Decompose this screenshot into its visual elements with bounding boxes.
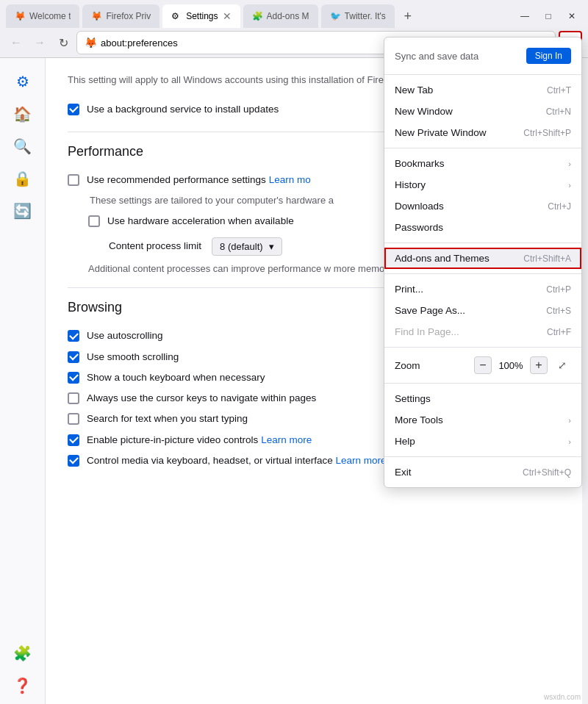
menu-arrow-history: › (568, 181, 571, 190)
hamburger-dropdown-menu: Sync and save data Sign In New Tab Ctrl+… (384, 37, 582, 488)
sign-in-button[interactable]: Sign In (526, 48, 571, 64)
menu-shortcut-new-private: Ctrl+Shift+P (523, 128, 571, 138)
menu-item-more-tools[interactable]: More Tools › (384, 409, 581, 431)
settings-sidebar: ⚙ 🏠 🔍 🔒 🔄 🧩 ❓ (0, 58, 46, 704)
menu-shortcut-save-page: Ctrl+S (546, 306, 571, 316)
touch-keyboard-label: Show a touch keyboard when necessary (87, 370, 265, 385)
watermark: wsxdn.com (544, 693, 581, 701)
tab-addons[interactable]: 🧩 Add-ons M (243, 4, 318, 28)
sidebar-item-extensions[interactable]: 🧩 (8, 639, 37, 668)
exit-section: Exit Ctrl+Shift+Q (384, 457, 581, 487)
zoom-minus-button[interactable]: − (474, 356, 492, 374)
autoscroll-label: Use autoscrolling (87, 328, 163, 343)
menu-item-find-in-page[interactable]: Find In Page... Ctrl+F (384, 321, 581, 342)
back-button[interactable]: ← (6, 32, 26, 53)
media-controls-label: Control media via keyboard, headset, or … (87, 453, 387, 468)
menu-label-passwords: Passwords (395, 222, 443, 233)
sync-title: Sync and save data (395, 51, 478, 62)
maximize-button[interactable]: □ (538, 6, 559, 26)
sync-header: Sync and save data Sign In (384, 42, 581, 70)
search-text-label: Search for text when you start typing (87, 412, 248, 426)
menu-label-history: History (395, 179, 426, 190)
menu-shortcut-new-tab: Ctrl+T (547, 85, 571, 96)
menu-arrow-bookmarks: › (568, 159, 571, 168)
menu-item-addons-themes[interactable]: Add-ons and Themes Ctrl+Shift+A (384, 248, 581, 269)
menu-item-passwords[interactable]: Passwords (384, 217, 581, 238)
tab-twitter[interactable]: 🐦 Twitter. It's (321, 4, 395, 28)
tab-label-settings: Settings (186, 11, 218, 21)
search-text-checkbox[interactable] (68, 413, 79, 425)
touch-keyboard-checkbox[interactable] (68, 372, 79, 384)
menu-item-downloads[interactable]: Downloads Ctrl+J (384, 195, 581, 217)
sidebar-item-search[interactable]: 🔍 (8, 132, 37, 161)
zoom-plus-button[interactable]: + (530, 356, 548, 374)
sidebar-item-help[interactable]: ❓ (8, 671, 37, 700)
menu-item-new-private[interactable]: New Private Window Ctrl+Shift+P (384, 122, 581, 143)
zoom-controls: Zoom − 100% + ⤢ (384, 352, 581, 378)
menu-item-print[interactable]: Print... Ctrl+P (384, 279, 581, 300)
smooth-scroll-checkbox[interactable] (68, 351, 79, 363)
tab-label-twitter: Twitter. It's (345, 11, 386, 21)
media-controls-checkbox[interactable] (68, 455, 79, 467)
background-service-checkbox[interactable] (68, 104, 79, 115)
menu-label-print: Print... (395, 284, 423, 295)
recommended-settings-learn-more[interactable]: Learn mo (269, 174, 311, 185)
pip-checkbox[interactable] (68, 434, 79, 446)
forward-button[interactable]: → (29, 32, 50, 53)
hardware-accel-checkbox[interactable] (88, 215, 100, 227)
media-controls-learn-more[interactable]: Learn more (335, 455, 386, 466)
tab-close-settings[interactable]: ✕ (223, 10, 232, 22)
menu-item-save-page[interactable]: Save Page As... Ctrl+S (384, 300, 581, 321)
firefox-logo-icon: 🦊 (85, 37, 96, 49)
menu-label-new-private: New Private Window (395, 127, 487, 138)
tab-icon-twitter: 🐦 (330, 11, 340, 21)
tab-icon-ffpriv: 🦊 (91, 11, 101, 21)
menu-arrow-more-tools: › (568, 416, 571, 425)
scrollbar[interactable] (582, 58, 588, 704)
cursor-keys-checkbox[interactable] (68, 392, 79, 404)
menu-shortcut-find-in-page: Ctrl+F (547, 327, 571, 337)
tab-icon-welcome: 🦊 (15, 11, 25, 21)
recommended-settings-checkbox[interactable] (68, 174, 79, 186)
sidebar-item-sync[interactable]: 🔄 (8, 196, 37, 226)
menu-label-bookmarks: Bookmarks (395, 158, 445, 169)
pip-label: Enable picture-in-picture video controls… (87, 433, 312, 448)
tab-settings[interactable]: ⚙ Settings ✕ (162, 4, 240, 28)
menu-item-exit[interactable]: Exit Ctrl+Shift+Q (384, 461, 581, 483)
menu-item-new-tab[interactable]: New Tab Ctrl+T (384, 79, 581, 101)
close-button[interactable]: ✕ (562, 6, 582, 26)
new-tab-button[interactable]: + (398, 6, 418, 26)
menu-shortcut-downloads: Ctrl+J (548, 201, 571, 212)
menu-shortcut-exit: Ctrl+Shift+Q (523, 467, 571, 478)
menu-item-help[interactable]: Help › (384, 431, 581, 452)
content-process-dropdown[interactable]: 8 (default) ▾ (212, 237, 282, 256)
sync-section: Sync and save data Sign In (384, 37, 581, 75)
content-process-label: Content process limit (109, 239, 201, 254)
tab-welcome[interactable]: 🦊 Welcome t (6, 4, 79, 28)
background-service-label: Use a background service to install upda… (87, 102, 279, 117)
menu-shortcut-addons-themes: Ctrl+Shift+A (523, 254, 571, 264)
sidebar-item-home[interactable]: 🏠 (8, 99, 37, 129)
minimize-button[interactable]: — (514, 6, 535, 26)
menu-label-help: Help (395, 436, 415, 447)
menu-label-new-window: New Window (395, 106, 453, 117)
zoom-expand-button[interactable]: ⤢ (553, 356, 571, 374)
menu-label-exit: Exit (395, 467, 412, 478)
menu-item-bookmarks[interactable]: Bookmarks › (384, 153, 581, 174)
tab-firefox-priv[interactable]: 🦊 Firefox Priv (82, 4, 159, 28)
sidebar-item-settings[interactable]: ⚙ (8, 67, 37, 96)
menu-label-settings: Settings (395, 393, 431, 404)
sidebar-item-privacy[interactable]: 🔒 (8, 164, 37, 193)
menu-item-settings[interactable]: Settings (384, 388, 581, 409)
tab-icon-addons: 🧩 (252, 11, 262, 21)
menu-item-history[interactable]: History › (384, 174, 581, 195)
reload-button[interactable]: ↻ (53, 32, 74, 53)
menu-label-save-page: Save Page As... (395, 305, 465, 316)
menu-item-new-window[interactable]: New Window Ctrl+N (384, 101, 581, 122)
zoom-section: Zoom − 100% + ⤢ (384, 348, 581, 384)
menu-shortcut-new-window: Ctrl+N (546, 107, 571, 117)
pip-learn-more[interactable]: Learn more (261, 434, 312, 445)
autoscroll-checkbox[interactable] (68, 330, 79, 342)
tab-label-addons: Add-ons M (267, 11, 309, 21)
window-controls: — □ ✕ (514, 6, 582, 26)
